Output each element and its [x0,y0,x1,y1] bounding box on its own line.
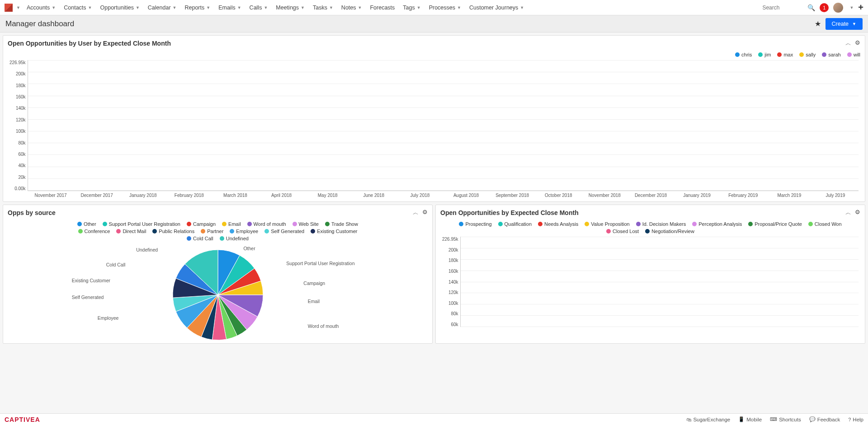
legend-item[interactable]: Public Relations [152,229,194,234]
nav-item-tasks[interactable]: Tasks▼ [309,0,337,15]
legend-item[interactable]: jim [758,52,771,57]
legend-item[interactable]: Trade Show [325,221,358,227]
chevron-up-icon[interactable]: ︿ [413,209,419,217]
legend-item[interactable]: Direct Mail [116,229,146,234]
chevron-down-icon: ▼ [852,22,856,26]
legend-item[interactable]: Email [222,221,241,227]
legend-item[interactable]: Perception Analysis [692,221,742,227]
legend-item[interactable]: sally [799,52,816,57]
legend-item[interactable]: Support Portal User Registration [103,221,180,227]
nav-item-opportunities[interactable]: Opportunities▼ [97,0,143,15]
pie-slice-label: Campaign [303,280,325,286]
chevron-up-icon[interactable]: ︿ [845,209,851,217]
legend-item[interactable]: Prospecting [459,221,491,227]
nav-item-tags[interactable]: Tags▼ [399,0,424,15]
search-input[interactable] [762,5,803,11]
pie-slice-label: Cold Call [106,262,126,267]
create-button-label: Create [832,21,849,27]
chevron-down-icon: ▼ [264,5,268,10]
app-logo-icon[interactable] [5,4,13,12]
nav-item-meetings[interactable]: Meetings▼ [272,0,308,15]
gear-icon[interactable]: ⚙ [855,39,860,47]
page-title: Manager dashboard [5,19,74,28]
legend-item[interactable]: Id. Decision Makers [636,221,686,227]
pie-chart[interactable]: OtherSupport Portal User RegistrationCam… [3,244,432,343]
chart-card-opps-by-user: Open Opportunities by User by Expected C… [3,35,865,202]
nav-item-reports[interactable]: Reports▼ [181,0,214,15]
chevron-down-icon: ▼ [136,5,140,10]
legend-item[interactable]: Campaign [187,221,216,227]
plus-icon[interactable]: + [858,2,863,13]
legend-item[interactable]: will [847,52,860,57]
nav-item-accounts[interactable]: Accounts▼ [23,0,59,15]
notification-badge[interactable]: 1 [820,3,829,12]
chart-plot-area[interactable] [28,60,859,191]
chevron-down-icon: ▼ [301,5,305,10]
legend-item[interactable]: Existing Customer [311,229,357,234]
chart-legend: OtherSupport Portal User RegistrationCam… [60,220,376,244]
chevron-down-icon: ▼ [457,5,461,10]
legend-item[interactable]: Partner [201,229,223,234]
legend-item[interactable]: Cold Call [187,236,213,241]
nav-item-label: Calendar [148,5,171,11]
nav-item-forecasts[interactable]: Forecasts [366,0,398,15]
chart-card-opps-by-close-month: Open Opportunities by Expected Close Mon… [435,205,865,344]
nav-menu: Accounts▼Contacts▼Opportunities▼Calendar… [23,0,528,15]
chart-plot-area[interactable] [460,237,859,327]
pie-slice-label: Word of mouth [308,323,339,329]
legend-item[interactable]: Undefined [220,236,249,241]
nav-item-label: Tags [403,5,415,11]
card-title: Open Opportunities by Expected Close Mon… [440,209,579,216]
star-icon[interactable]: ★ [815,19,821,28]
legend-item[interactable]: Proposal/Price Quote [748,221,802,227]
legend-item[interactable]: Negotiation/Review [645,229,694,234]
y-axis: 226.95k200k180k160k140k120k100k80k60k [442,237,460,327]
search-icon[interactable]: 🔍 [807,4,815,11]
legend-item[interactable]: Closed Won [808,221,842,227]
legend-item[interactable]: Needs Analysis [538,221,578,227]
top-nav: ▼ Accounts▼Contacts▼Opportunities▼Calend… [0,0,868,15]
nav-item-calls[interactable]: Calls▼ [246,0,272,15]
x-axis: November 2017December 2017January 2018Fe… [9,191,859,198]
nav-item-emails[interactable]: Emails▼ [215,0,245,15]
nav-item-label: Notes [341,5,356,11]
legend-item[interactable]: chris [735,52,752,57]
legend-item[interactable]: Other [77,221,96,227]
chevron-down-icon: ▼ [329,5,333,10]
nav-item-customer-journeys[interactable]: Customer Journeys▼ [466,0,528,15]
gear-icon[interactable]: ⚙ [422,209,428,217]
chart-legend: chrisjimmaxsallysarahwill [3,51,865,60]
chevron-down-icon: ▼ [358,5,362,10]
gear-icon[interactable]: ⚙ [855,209,860,217]
nav-item-label: Emails [218,5,236,11]
chevron-down-icon[interactable]: ▼ [849,5,854,10]
chevron-up-icon[interactable]: ︿ [845,39,851,47]
legend-item[interactable]: Qualification [498,221,532,227]
legend-item[interactable]: Employee [230,229,258,234]
legend-item[interactable]: max [777,52,793,57]
title-bar: Manager dashboard ★ Create ▼ [0,15,868,33]
nav-item-notes[interactable]: Notes▼ [338,0,366,15]
pie-slice-label: Support Portal User Registration [286,261,354,266]
legend-item[interactable]: Value Proposition [585,221,629,227]
nav-item-label: Tasks [313,5,327,11]
legend-item[interactable]: Web Site [292,221,319,227]
chevron-down-icon[interactable]: ▼ [16,5,20,10]
legend-item[interactable]: Closed Lost [606,229,639,234]
legend-item[interactable]: Conference [78,229,110,234]
legend-item[interactable]: Word of mouth [247,221,286,227]
pie-slice-label: Email [308,299,320,304]
legend-item[interactable]: Self Generated [264,229,304,234]
nav-item-processes[interactable]: Processes▼ [425,0,465,15]
nav-item-label: Customer Journeys [469,5,518,11]
y-axis: 226.95k200k180k160k140k120k100k80k60k40k… [9,60,28,191]
create-button[interactable]: Create ▼ [826,18,863,30]
pie-slice-label: Other [243,246,255,251]
avatar[interactable] [833,3,843,13]
nav-item-contacts[interactable]: Contacts▼ [60,0,95,15]
nav-item-calendar[interactable]: Calendar▼ [144,0,180,15]
nav-item-label: Processes [429,5,455,11]
chevron-down-icon: ▼ [417,5,421,10]
pie-slice-label: Existing Customer [72,278,110,283]
legend-item[interactable]: sarah [822,52,841,57]
